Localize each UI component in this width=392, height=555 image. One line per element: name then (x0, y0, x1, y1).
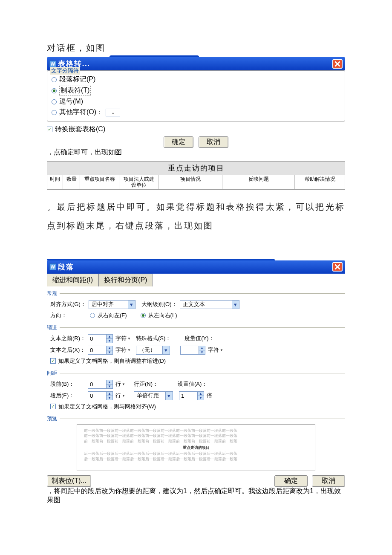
text-1b: ，点确定即可，出现如图 (47, 148, 122, 156)
legend: 文字分隔符 (50, 67, 80, 75)
titlebar: W 段落 (47, 260, 345, 274)
ok-button[interactable]: 确定 (274, 475, 308, 487)
space-after-spinner[interactable]: ▲▼ (88, 391, 113, 400)
measure-spinner[interactable]: ▲▼ (180, 346, 205, 355)
app-icon: W (49, 263, 56, 270)
spin-up-icon[interactable]: ▲ (107, 380, 112, 384)
ok-button[interactable]: 确定 (164, 136, 193, 148)
dialog-table-convert (110, 55, 199, 57)
spin-down-icon[interactable]: ▼ (199, 350, 205, 354)
spin-down-icon[interactable]: ▼ (107, 396, 112, 400)
alignment-select[interactable]: 居中对齐▾ (89, 300, 135, 309)
spin-down-icon[interactable]: ▼ (198, 396, 204, 400)
indent-before-spinner[interactable]: ▲▼ (88, 334, 113, 343)
cancel-button[interactable]: 取消 (199, 136, 228, 148)
tab-indent-spacing[interactable]: 缩进和间距(I) (47, 274, 98, 286)
text-1a: 对话框，如图 (47, 43, 106, 52)
paragraph-1: 对话框，如图 (47, 38, 345, 57)
col-name: 重点项目名称 (80, 175, 119, 189)
spin-up-icon[interactable]: ▲ (107, 392, 112, 396)
col-owner: 项目法人或建设单位 (119, 175, 158, 189)
sample-table: 重点走访的项目 时间 数量 重点项目名称 项目法人或建设单位 项目情况 反映问题… (47, 161, 345, 190)
tab-page-break[interactable]: 换行和分页(P) (98, 274, 153, 286)
checkbox-nested[interactable] (47, 127, 52, 132)
col-time: 时间 (47, 175, 63, 189)
indent-after-spinner[interactable]: ▲▼ (88, 346, 113, 355)
chevron-down-icon[interactable]: ▾ (165, 392, 173, 400)
close-icon[interactable] (332, 262, 343, 272)
radio-comma[interactable] (52, 99, 57, 104)
radio-rtl[interactable] (90, 313, 95, 318)
section-preview: 预览 (47, 415, 345, 422)
spin-up-icon[interactable]: ▲ (107, 346, 112, 350)
col-issue: 反映问题 (222, 175, 294, 189)
cancel-button[interactable]: 取消 (312, 475, 345, 487)
col-resolve: 帮助解决情况 (294, 175, 345, 189)
radio-paragraph[interactable] (52, 77, 57, 82)
col-qty: 数量 (63, 175, 80, 189)
separator-fieldset: 文字分隔符 段落标记(P) 制表符(T) 逗号(M) 其他字符(O)：- (47, 70, 345, 121)
checkbox-auto-indent[interactable] (50, 358, 56, 364)
radio-tab[interactable] (52, 88, 57, 93)
special-format-select[interactable]: （无）▾ (136, 346, 170, 355)
close-icon[interactable] (332, 59, 343, 69)
spin-down-icon[interactable]: ▼ (107, 350, 112, 354)
line-spacing-select[interactable]: 单倍行距▾ (134, 391, 173, 400)
section-spacing: 间距 (47, 370, 345, 377)
spin-up-icon[interactable]: ▲ (199, 346, 205, 350)
sample-title: 重点走访的项目 (47, 162, 345, 175)
app-icon: W (49, 61, 56, 67)
dialog-paragraph (47, 259, 275, 260)
text-3: ，将间距中的段后改为你想要的距离，建议为1，然后点确定即可。我这边段后距离改为1… (47, 487, 341, 503)
paragraph-2: 。最后把标题居中即可。如果觉得标题和表格挨得太紧，可以把光标点到标题末尾，右键点… (47, 197, 345, 235)
radio-ltr[interactable] (141, 313, 146, 318)
other-char-input[interactable]: - (106, 109, 120, 116)
tabstrip: 缩进和间距(I) 换行和分页(P) (47, 274, 345, 286)
spin-down-icon[interactable]: ▼ (107, 339, 112, 343)
dialog-title: 段落 (58, 262, 332, 272)
section-general: 常规 (47, 290, 345, 297)
space-before-spinner[interactable]: ▲▼ (88, 380, 113, 389)
spin-down-icon[interactable]: ▼ (107, 384, 112, 388)
spin-up-icon[interactable]: ▲ (198, 392, 204, 396)
chevron-down-icon[interactable]: ▾ (128, 301, 135, 309)
spin-up-icon[interactable]: ▲ (107, 335, 112, 339)
titlebar: W 表格转... (47, 57, 345, 70)
checkbox-snap-grid[interactable] (50, 404, 56, 409)
dialog-title: 表格转... (58, 59, 332, 69)
sample-columns: 时间 数量 重点项目名称 项目法人或建设单位 项目情况 反映问题 帮助解决情况 (47, 175, 345, 189)
tabstop-button[interactable]: 制表位(T)... (47, 475, 91, 487)
line-spacing-value-spinner[interactable]: ▲▼ (179, 391, 204, 400)
chevron-down-icon[interactable]: ▾ (162, 346, 170, 354)
radio-other[interactable] (52, 110, 57, 115)
outline-level-select[interactable]: 正文文本▾ (180, 300, 239, 309)
preview-pane: 前一段落前一段落前一段落前一段落前一段落前一段落前一段落前一段落前一段落前一段落… (77, 424, 315, 471)
section-indent: 缩进 (47, 324, 345, 331)
col-status: 项目情况 (158, 175, 222, 189)
chevron-down-icon[interactable]: ▾ (232, 301, 239, 309)
